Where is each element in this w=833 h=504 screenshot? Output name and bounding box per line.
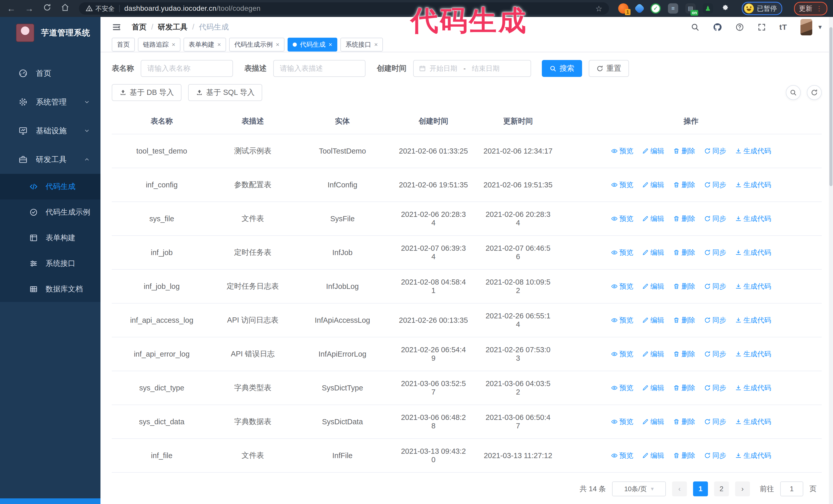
hamburger-icon[interactable]	[112, 22, 121, 32]
table-desc-input[interactable]: 请输入表描述	[273, 60, 365, 77]
reset-button[interactable]: 重置	[589, 60, 629, 77]
github-icon[interactable]	[713, 23, 722, 32]
help-icon[interactable]	[735, 23, 744, 31]
action-sync-link[interactable]: 同步	[704, 417, 727, 426]
action-sync-link[interactable]: 同步	[704, 451, 727, 460]
action-eye-link[interactable]: 预览	[611, 350, 633, 359]
sidebar-item-devtools[interactable]: 研发工具	[0, 145, 100, 174]
user-avatar[interactable]	[801, 19, 812, 35]
browser-reload-icon[interactable]	[42, 3, 53, 14]
tab-代码生成[interactable]: 代码生成×	[288, 38, 337, 51]
window-scrollbar[interactable]	[829, 17, 833, 504]
action-eye-link[interactable]: 预览	[611, 248, 633, 257]
date-range-picker[interactable]: 开始日期 - 结束日期	[413, 60, 531, 77]
address-bar[interactable]: 不安全 dashboard.yudao.iocoder.cn/tool/code…	[79, 2, 609, 15]
not-secure-warning[interactable]: 不安全	[86, 4, 115, 13]
logo-row[interactable]: 芋道管理系统	[0, 17, 100, 49]
action-eye-link[interactable]: 预览	[611, 180, 633, 189]
action-delete-link[interactable]: 删除	[673, 180, 695, 189]
sidebar-item-system[interactable]: 系统管理	[0, 88, 100, 116]
action-delete-link[interactable]: 删除	[673, 214, 695, 223]
extension-gem-icon[interactable]	[634, 3, 645, 14]
goto-page-input[interactable]: 1	[780, 481, 803, 496]
action-sync-link[interactable]: 同步	[704, 350, 727, 359]
action-edit-link[interactable]: 编辑	[642, 383, 664, 392]
sidebar-bottom-bar[interactable]	[0, 498, 100, 504]
refresh-table-button[interactable]	[807, 85, 822, 100]
close-icon[interactable]: ×	[329, 41, 332, 48]
next-page-button[interactable]: ›	[735, 481, 750, 496]
sidebar-item-form-builder[interactable]: 表单构建	[0, 225, 100, 251]
page-size-select[interactable]: 10条/页 ▾	[612, 481, 666, 496]
table-name-input[interactable]: 请输入表名称	[141, 60, 233, 77]
action-eye-link[interactable]: 预览	[611, 383, 633, 392]
action-edit-link[interactable]: 编辑	[642, 451, 664, 460]
update-button[interactable]: 更新 ⋮	[794, 2, 827, 16]
browser-back-icon[interactable]: ←	[6, 4, 17, 14]
sidebar-item-db-doc[interactable]: 数据库文档	[0, 277, 100, 302]
browser-home-icon[interactable]	[60, 3, 71, 14]
browser-forward-icon[interactable]: →	[24, 4, 35, 14]
action-edit-link[interactable]: 编辑	[642, 146, 664, 155]
action-delete-link[interactable]: 删除	[673, 248, 695, 257]
tab-表单构建[interactable]: 表单构建×	[184, 38, 226, 51]
scrollbar-thumb[interactable]	[829, 27, 832, 186]
action-delete-link[interactable]: 删除	[673, 451, 695, 460]
action-sync-link[interactable]: 同步	[704, 248, 727, 257]
action-sync-link[interactable]: 同步	[704, 214, 727, 223]
extension-onebox-icon[interactable]: ▤on	[685, 3, 696, 14]
breadcrumb-devtools[interactable]: 研发工具	[158, 22, 188, 32]
action-sync-link[interactable]: 同步	[704, 146, 727, 155]
sidebar-item-infra[interactable]: 基础设施	[0, 116, 100, 145]
action-download-link[interactable]: 生成代码	[735, 383, 771, 392]
action-edit-link[interactable]: 编辑	[642, 282, 664, 291]
action-eye-link[interactable]: 预览	[611, 146, 633, 155]
prev-page-button[interactable]: ‹	[672, 481, 687, 496]
action-download-link[interactable]: 生成代码	[735, 248, 771, 257]
bookmark-star-icon[interactable]: ☆	[595, 4, 602, 13]
action-eye-link[interactable]: 预览	[611, 451, 633, 460]
action-delete-link[interactable]: 删除	[673, 316, 695, 325]
sidebar-item-codegen-example[interactable]: 代码生成示例	[0, 199, 100, 225]
action-eye-link[interactable]: 预览	[611, 214, 633, 223]
action-delete-link[interactable]: 删除	[673, 383, 695, 392]
action-edit-link[interactable]: 编辑	[642, 180, 664, 189]
action-eye-link[interactable]: 预览	[611, 417, 633, 426]
avatar-caret-icon[interactable]: ▾	[818, 23, 822, 31]
action-edit-link[interactable]: 编辑	[642, 350, 664, 359]
action-delete-link[interactable]: 删除	[673, 417, 695, 426]
action-edit-link[interactable]: 编辑	[642, 316, 664, 325]
action-delete-link[interactable]: 删除	[673, 146, 695, 155]
paused-badge[interactable]: 已暂停	[742, 2, 782, 15]
action-download-link[interactable]: 生成代码	[735, 282, 771, 291]
extensions-puzzle-icon[interactable]	[720, 3, 731, 14]
action-download-link[interactable]: 生成代码	[735, 180, 771, 189]
import-db-button[interactable]: 基于 DB 导入	[112, 84, 182, 101]
page-button-1[interactable]: 1	[693, 481, 708, 496]
action-edit-link[interactable]: 编辑	[642, 214, 664, 223]
extension-green-icon[interactable]: ♟	[703, 3, 713, 14]
action-eye-link[interactable]: 预览	[611, 282, 633, 291]
close-icon[interactable]: ×	[374, 41, 378, 48]
extension-shield-icon[interactable]: ✓	[650, 3, 661, 14]
sidebar-item-codegen[interactable]: 代码生成	[0, 174, 100, 199]
search-icon[interactable]	[691, 23, 699, 31]
action-delete-link[interactable]: 删除	[673, 350, 695, 359]
tab-首页[interactable]: 首页	[112, 38, 135, 51]
action-download-link[interactable]: 生成代码	[735, 146, 771, 155]
action-download-link[interactable]: 生成代码	[735, 214, 771, 223]
tab-链路追踪[interactable]: 链路追踪×	[138, 38, 181, 51]
import-sql-button[interactable]: 基于 SQL 导入	[188, 84, 262, 101]
fullscreen-icon[interactable]	[757, 23, 766, 31]
action-sync-link[interactable]: 同步	[704, 383, 727, 392]
action-edit-link[interactable]: 编辑	[642, 248, 664, 257]
action-download-link[interactable]: 生成代码	[735, 417, 771, 426]
font-size-icon[interactable]: tT	[780, 23, 787, 31]
action-delete-link[interactable]: 删除	[673, 282, 695, 291]
close-icon[interactable]: ×	[276, 41, 279, 48]
extension-toggles-icon[interactable]: ≡	[668, 3, 678, 14]
action-download-link[interactable]: 生成代码	[735, 350, 771, 359]
sidebar-item-home[interactable]: 首页	[0, 59, 100, 88]
close-icon[interactable]: ×	[217, 41, 221, 48]
extension-orange-icon[interactable]: 1	[618, 3, 628, 14]
